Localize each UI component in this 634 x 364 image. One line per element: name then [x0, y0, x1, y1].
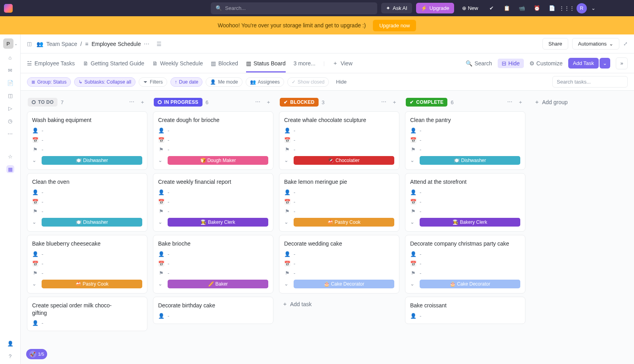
task-card[interactable]: Clean the pantry👤-📅-⚑-⌄🍽️ Dishwasher	[405, 111, 525, 170]
priority-row[interactable]: ⚑-	[410, 147, 520, 152]
assignee-row[interactable]: 👤-	[410, 251, 520, 257]
breadcrumb-folder[interactable]: Employee Schedule	[92, 41, 141, 47]
status-pill[interactable]: TO DO	[28, 98, 57, 107]
task-card[interactable]: Bake blueberry cheesecake👤-📅-⚑-⌄🍰 Pastry…	[27, 235, 147, 293]
priority-row[interactable]: ⚑-	[284, 208, 394, 214]
priority-row[interactable]: ⚑-	[32, 270, 142, 276]
date-row[interactable]: 📅-	[158, 261, 268, 267]
hide-filters-button[interactable]: Hide	[336, 79, 347, 85]
tab-getting-started[interactable]: 🗎Getting Started Guide	[83, 55, 144, 72]
me-mode-chip[interactable]: 👤Me mode	[206, 77, 242, 87]
tab-blocked[interactable]: ▥Blocked	[211, 55, 238, 72]
assignee-row[interactable]: 👤-	[284, 189, 394, 195]
assignee-row[interactable]: 👤-	[410, 189, 520, 195]
video-icon[interactable]: 📹	[516, 3, 527, 14]
chevron-down-icon[interactable]: ⌄	[14, 42, 17, 46]
dropdown-icon[interactable]: ⌄	[410, 219, 416, 225]
notepad-icon[interactable]: 📄	[546, 3, 558, 14]
favorites-icon[interactable]: ☆	[6, 152, 14, 160]
task-card[interactable]: Create dough for brioche👤-📅-⚑-⌄🍞 Dough M…	[153, 111, 273, 170]
dropdown-icon[interactable]: ⌄	[284, 219, 290, 225]
role-tag[interactable]: 🥖 Baker	[168, 280, 268, 288]
assignee-row[interactable]: 👤-	[158, 128, 268, 133]
breadcrumb-more-icon[interactable]: ⋯	[144, 41, 149, 47]
date-row[interactable]: 📅-	[284, 199, 394, 205]
date-row[interactable]: 📅-	[32, 261, 142, 267]
breadcrumb-space[interactable]: Team Space	[46, 41, 77, 47]
dropdown-icon[interactable]: ⌄	[410, 157, 416, 163]
date-row[interactable]: 📅-	[158, 137, 268, 143]
task-card[interactable]: Wash baking equipment👤-📅-⚑-⌄🍽️ Dishwashe…	[27, 111, 147, 170]
ask-ai-button[interactable]: ✦ Ask AI	[381, 3, 412, 13]
task-card[interactable]: Bake croissant👤-	[405, 297, 525, 324]
clips-icon[interactable]: ▷	[6, 104, 14, 112]
date-row[interactable]: 📅-	[410, 199, 520, 205]
add-group-button[interactable]: ＋Add group	[531, 96, 571, 108]
dropdown-icon[interactable]: ⌄	[410, 281, 416, 287]
role-tag[interactable]: 🍫 Chocolatier	[294, 156, 394, 165]
dropdown-icon[interactable]: ⌄	[32, 281, 38, 287]
date-row[interactable]: 📅-	[410, 261, 520, 267]
collapse-views-button[interactable]: »	[616, 57, 628, 69]
task-card[interactable]: Create special order milk choco- gifting…	[27, 297, 147, 332]
priority-row[interactable]: ⚑-	[32, 147, 142, 152]
assignee-row[interactable]: 👤-	[158, 189, 268, 195]
assignee-row[interactable]: 👤-	[32, 251, 142, 257]
task-card[interactable]: Decorate birthday cake👤-	[153, 297, 273, 324]
clipboard-icon[interactable]: 📋	[501, 3, 512, 14]
due-date-chip[interactable]: ↑Due date	[170, 77, 203, 87]
dropdown-icon[interactable]: ⌄	[158, 219, 164, 225]
assignee-row[interactable]: 👤-	[32, 189, 142, 195]
priority-row[interactable]: ⚑-	[284, 270, 394, 276]
sidebar-toggle-icon[interactable]: ◫	[27, 41, 32, 47]
column-more-icon[interactable]: ⋯	[254, 98, 262, 107]
search-tasks-input[interactable]: Search tasks...	[552, 76, 628, 88]
add-task-dropdown[interactable]: ⌄	[600, 58, 610, 69]
filters-chip[interactable]: ⏷Filters	[139, 77, 167, 87]
upgrade-now-button[interactable]: Upgrade now	[373, 20, 416, 31]
apps-grid-icon[interactable]: ⋮⋮⋮	[561, 3, 573, 14]
onboarding-progress[interactable]: 🚀 1/5	[26, 349, 47, 359]
automations-button[interactable]: Automations ⌄	[572, 38, 619, 50]
invite-icon[interactable]: 👤	[6, 339, 14, 347]
upgrade-button[interactable]: ⚡ Upgrade	[416, 3, 454, 13]
chevron-down-icon[interactable]: ⌄	[591, 3, 596, 14]
add-task-row[interactable]: ＋Add task	[279, 297, 399, 312]
tab-more[interactable]: 3 more...	[294, 55, 315, 72]
date-row[interactable]: 📅-	[158, 199, 268, 205]
assignee-row[interactable]: 👤-	[158, 313, 268, 319]
priority-row[interactable]: ⚑-	[410, 208, 520, 214]
task-card[interactable]: Attend at the storefront👤-📅-⚑-⌄👩‍🍳 Baker…	[405, 173, 525, 232]
column-add-icon[interactable]: ＋	[138, 98, 147, 107]
priority-row[interactable]: ⚑-	[158, 270, 268, 276]
subtasks-chip[interactable]: ↳Subtasks: Collapse all	[74, 77, 136, 87]
role-tag[interactable]: 🍽️ Dishwasher	[42, 156, 142, 165]
dropdown-icon[interactable]: ⌄	[158, 157, 164, 163]
role-tag[interactable]: 👩‍🍳 Bakery Clerk	[420, 218, 520, 227]
customize-action[interactable]: ⚙Customize	[529, 60, 563, 67]
date-row[interactable]: 📅-	[32, 137, 142, 143]
role-tag[interactable]: 🍰 Pastry Cook	[42, 280, 142, 288]
show-closed-chip[interactable]: ✓Show closed	[287, 77, 329, 87]
assignee-row[interactable]: 👤-	[410, 128, 520, 133]
docs-icon[interactable]: 📄	[6, 79, 14, 87]
task-card[interactable]: Bake brioche👤-📅-⚑-⌄🥖 Baker	[153, 235, 273, 293]
dropdown-icon[interactable]: ⌄	[284, 157, 290, 163]
hide-action[interactable]: ⊟Hide	[498, 59, 524, 68]
role-tag[interactable]: 🍰 Pastry Cook	[294, 218, 394, 227]
column-more-icon[interactable]: ⋯	[380, 98, 388, 107]
add-task-button[interactable]: Add Task	[568, 58, 599, 69]
share-button[interactable]: Share	[542, 38, 568, 50]
priority-row[interactable]: ⚑-	[32, 208, 142, 214]
role-tag[interactable]: 🍞 Dough Maker	[168, 156, 268, 165]
breadcrumb-menu-icon[interactable]: ☰	[157, 41, 162, 47]
column-more-icon[interactable]: ⋯	[506, 98, 514, 107]
column-add-icon[interactable]: ＋	[516, 98, 525, 107]
tab-status-board[interactable]: ▥Status Board	[246, 55, 286, 72]
date-row[interactable]: 📅-	[284, 261, 394, 267]
dropdown-icon[interactable]: ⌄	[32, 157, 38, 163]
group-chip[interactable]: ≣Group: Status	[27, 77, 71, 87]
role-tag[interactable]: 👩‍🍳 Bakery Clerk	[168, 218, 268, 227]
assignees-chip[interactable]: 👥Assignees	[246, 77, 284, 87]
dropdown-icon[interactable]: ⌄	[32, 219, 38, 225]
